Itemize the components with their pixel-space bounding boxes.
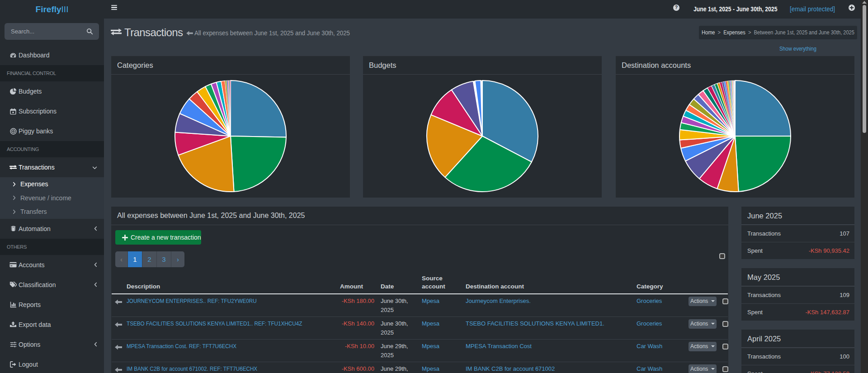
- svg-text:?: ?: [675, 5, 678, 10]
